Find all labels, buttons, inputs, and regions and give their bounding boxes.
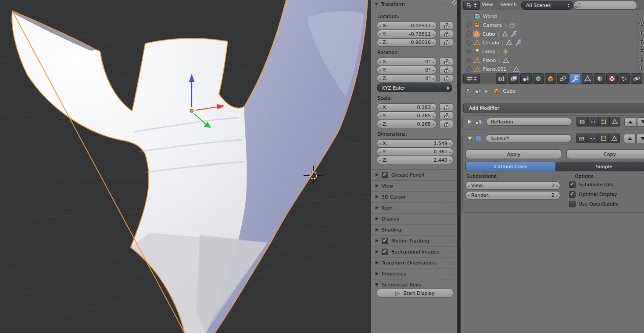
location-y-field[interactable]: Y: -0.73512 [377, 30, 436, 38]
panel-grease-pencil[interactable]: Grease Pencil [371, 169, 458, 180]
outliner-item-plano[interactable]: Plano [461, 56, 644, 65]
editor-divider[interactable] [457, 0, 461, 333]
tab-world[interactable] [533, 73, 544, 84]
edit-mode-visibility-button[interactable] [598, 117, 609, 127]
dimensions-z-field[interactable]: Z: 2.440 [377, 156, 453, 164]
scale-z-field[interactable]: Z: 0.265 [377, 120, 436, 128]
panel-background-images[interactable]: Background Images [371, 246, 458, 257]
simple-option[interactable]: Simple [555, 162, 644, 171]
subdivide-uvs-checkbox[interactable] [569, 181, 576, 188]
mesh-data-icon[interactable] [506, 40, 512, 46]
render-visibility-button[interactable] [576, 117, 587, 127]
panel-item[interactable]: Item [371, 202, 458, 213]
visibility-eye-icon[interactable] [638, 31, 644, 35]
panel-grip-icon[interactable] [447, 239, 454, 243]
panel-grip-icon[interactable] [447, 173, 454, 177]
outliner-search-box[interactable] [574, 1, 637, 10]
pin-icon[interactable] [464, 88, 470, 94]
3d-viewport[interactable] [0, 0, 371, 333]
scale-x-field[interactable]: X: 0.183 [377, 103, 436, 112]
modifier-collapse-icon[interactable] [468, 137, 472, 140]
outliner-view-menu[interactable]: View [482, 2, 493, 7]
cube-breadcrumb-icon[interactable] [493, 88, 500, 94]
mesh-data-icon[interactable] [513, 66, 519, 72]
outliner-item-world[interactable]: World [461, 12, 644, 21]
tab-modifiers[interactable] [569, 73, 581, 84]
outliner-item-plano001[interactable]: Plano.001 [461, 65, 644, 73]
visibility-eye-icon[interactable] [638, 22, 644, 26]
modifier-expand-icon[interactable] [468, 119, 472, 124]
dimensions-y-field[interactable]: Y: 0.361 [377, 148, 453, 156]
tab-object[interactable] [545, 73, 556, 84]
subdivisions-render-field[interactable]: Render: 2 [465, 191, 560, 199]
tab-physics[interactable] [631, 73, 642, 84]
mesh-data-icon[interactable] [502, 31, 508, 37]
catmull-clark-option[interactable]: Catmull-Clark [466, 162, 555, 171]
scale-z-lock-button[interactable] [439, 120, 453, 128]
panel-motion-tracking[interactable]: Motion Tracking [371, 235, 458, 246]
start-display-button[interactable]: Start Display [377, 288, 453, 298]
scene-filter-dropdown[interactable]: All Scenes [521, 1, 573, 10]
grease-pencil-checkbox[interactable] [382, 172, 388, 178]
motion-tracking-checkbox[interactable] [382, 238, 388, 244]
tab-object-data[interactable] [582, 73, 593, 84]
outliner-item-camera[interactable]: Camera [461, 21, 644, 29]
rotation-y-lock-button[interactable] [439, 66, 453, 74]
rotation-z-field[interactable]: Z: 0° [377, 74, 436, 83]
tab-material[interactable] [594, 73, 605, 84]
rotation-y-field[interactable]: Y: 0° [377, 66, 436, 74]
panel-properties[interactable]: Properties [371, 268, 458, 279]
modifier-move-down-button[interactable] [637, 134, 644, 143]
outliner-item-circulo[interactable]: Círculo [461, 38, 644, 47]
background-images-checkbox[interactable] [382, 249, 388, 255]
expand-icon[interactable] [466, 31, 472, 37]
tab-scene[interactable] [520, 73, 532, 84]
panel-grip-icon[interactable] [447, 261, 454, 265]
modifier-name-field[interactable] [486, 134, 572, 142]
panel-grip-icon[interactable] [447, 195, 454, 199]
location-z-lock-button[interactable] [439, 38, 453, 47]
cage-edit-button[interactable] [609, 134, 620, 143]
panel-grip-icon[interactable] [447, 228, 454, 232]
scale-y-field[interactable]: Y: 0.265 [377, 112, 436, 120]
scale-x-lock-button[interactable] [439, 103, 453, 112]
outliner-item-lamp[interactable]: Lamp [461, 47, 644, 56]
tab-constraints[interactable] [557, 73, 569, 84]
expand-icon[interactable] [466, 22, 472, 28]
rotation-z-lock-button[interactable] [439, 74, 453, 83]
panel-display[interactable]: Display [371, 213, 458, 224]
add-modifier-button[interactable]: Add Modifier [463, 103, 644, 113]
rotation-x-field[interactable]: X: 0° [377, 58, 436, 66]
editor-type-selector[interactable] [463, 74, 480, 83]
optimal-display-checkbox[interactable] [569, 191, 576, 198]
panel-grip-icon[interactable] [447, 271, 454, 276]
wrench-icon[interactable] [511, 31, 517, 37]
rotation-x-lock-button[interactable] [439, 58, 453, 66]
copy-button[interactable]: Copy [566, 149, 644, 159]
expand-icon[interactable] [466, 66, 472, 72]
tab-particles[interactable] [619, 73, 630, 84]
rotation-mode-dropdown[interactable]: XYZ Euler [377, 83, 452, 92]
expand-icon[interactable] [466, 58, 472, 63]
apply-button[interactable]: Apply [465, 149, 562, 159]
editor-type-selector[interactable] [463, 1, 480, 10]
tab-texture[interactable] [606, 73, 618, 84]
subdivisions-view-field[interactable]: View: 2 [465, 181, 560, 190]
modifier-move-up-button[interactable] [624, 117, 636, 127]
visibility-eye-icon[interactable] [638, 40, 644, 44]
viewport-visibility-button[interactable] [587, 117, 598, 127]
visibility-eye-icon[interactable] [638, 66, 644, 70]
camera-data-icon[interactable] [509, 22, 516, 28]
modifier-move-down-button[interactable] [637, 117, 644, 127]
location-y-lock-button[interactable] [439, 30, 453, 38]
dimensions-x-field[interactable]: X: 1.549 [377, 139, 453, 148]
tab-render[interactable] [496, 73, 507, 84]
panel-grip-icon[interactable] [447, 250, 454, 254]
collapse-caret-icon[interactable] [375, 3, 378, 6]
location-x-lock-button[interactable] [439, 22, 453, 30]
panel-shading[interactable]: Shading [371, 224, 458, 235]
outliner-search-input[interactable] [585, 2, 629, 8]
use-opensubdiv-checkbox[interactable] [569, 201, 576, 207]
location-x-field[interactable]: X: -0.00517 [377, 22, 436, 30]
tab-render-layers[interactable] [508, 73, 519, 84]
